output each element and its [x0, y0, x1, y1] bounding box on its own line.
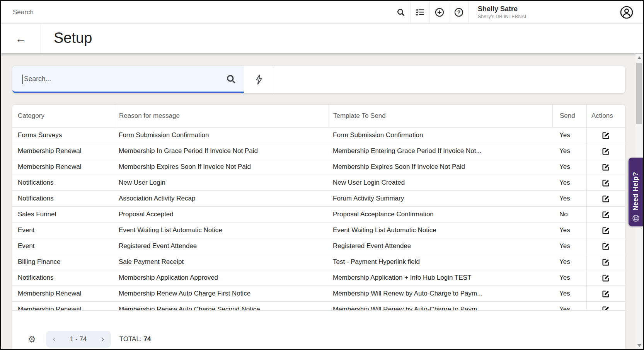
edit-icon[interactable] [602, 242, 610, 250]
cell-send: Yes [552, 143, 586, 159]
table-header: Category Reason for message Template To … [12, 105, 625, 127]
triangle-down-icon [637, 344, 641, 347]
table-row[interactable]: Notifications Membership Application App… [12, 270, 625, 286]
scrollbar-thumb[interactable] [636, 63, 642, 124]
quick-add-button[interactable] [430, 1, 449, 23]
back-button[interactable]: ← [1, 24, 41, 53]
help-button[interactable]: ? [449, 1, 469, 23]
cell-reason: Event Waiting List Automatic Notice [115, 223, 329, 238]
table-row[interactable]: Billing Finance Sale Payment Receipt Tes… [12, 254, 625, 270]
lightning-bolt-icon [254, 74, 264, 85]
column-header-actions: Actions [586, 105, 625, 127]
global-search-button[interactable] [391, 1, 411, 23]
global-search-label[interactable]: Search [13, 8, 34, 16]
cell-send: Yes [552, 159, 586, 175]
cell-send: No [552, 207, 586, 222]
cell-actions [586, 238, 625, 254]
quick-actions-button[interactable] [244, 66, 274, 93]
cell-reason: Membership Renew Auto Charge First Notic… [115, 286, 329, 301]
svg-text:?: ? [457, 9, 460, 15]
column-header-send[interactable]: Send [552, 105, 586, 127]
topbar-actions: ? Shelly Satre Shelly's DB INTERNAL [391, 1, 643, 23]
topbar: Search ? [1, 1, 643, 24]
table-row[interactable]: Membership Renewal Membership Expires So… [12, 159, 625, 175]
cell-send: Yes [552, 127, 586, 143]
user-org: Shelly's DB INTERNAL [478, 14, 528, 19]
edit-icon[interactable] [602, 274, 610, 282]
cell-template: New User Login Created [329, 175, 552, 190]
total-count: TOTAL:74 [119, 335, 151, 343]
cell-actions [586, 159, 625, 175]
cell-category: Billing Finance [12, 254, 115, 270]
column-header-template[interactable]: Template To Send [329, 105, 552, 127]
cell-actions [586, 191, 625, 206]
edit-icon[interactable] [602, 163, 610, 171]
search-icon[interactable] [226, 74, 236, 84]
scroll-down-button[interactable] [635, 342, 643, 349]
edit-icon[interactable] [602, 179, 610, 187]
cell-reason: Association Activity Recap [115, 191, 329, 206]
tasks-button[interactable] [411, 1, 430, 23]
edit-icon[interactable] [602, 147, 610, 155]
cell-send: Yes [552, 223, 586, 238]
question-circle-icon: ? [454, 7, 464, 17]
page-title: Setup [54, 30, 92, 46]
cell-category: Notifications [12, 175, 115, 190]
search-toolbar [12, 66, 625, 93]
edit-icon[interactable] [602, 290, 610, 298]
cell-reason: Sale Payment Receipt [115, 254, 329, 270]
edit-icon[interactable] [602, 131, 610, 139]
cell-template: Registered Event Attendee [329, 238, 552, 254]
user-menu[interactable]: Shelly Satre Shelly's DB INTERNAL [478, 1, 528, 23]
cell-actions [586, 223, 625, 238]
column-header-category[interactable]: Category [12, 105, 115, 127]
cell-template: Proposal Acceptance Confirmation [329, 207, 552, 222]
cell-send: Yes [552, 191, 586, 206]
table-row[interactable]: Event Registered Event Attendee Register… [12, 238, 625, 254]
scroll-up-button[interactable] [635, 54, 643, 61]
need-help-label: Need Help? [632, 172, 640, 211]
cell-actions [586, 127, 625, 143]
table-row[interactable]: Sales Funnel Proposal Accepted Proposal … [12, 207, 625, 223]
next-page-button[interactable] [100, 336, 106, 342]
cell-reason: Membership In Grace Period If Invoice No… [115, 143, 329, 159]
back-arrow-icon: ← [15, 33, 27, 44]
page-header: ← Setup [1, 24, 643, 53]
templates-table: Category Reason for message Template To … [12, 105, 625, 349]
cell-reason: Registered Event Attendee [115, 238, 329, 254]
previous-page-button[interactable] [51, 336, 57, 342]
cell-send: Yes [552, 286, 586, 301]
cell-send: Yes [552, 270, 586, 285]
text-caret [22, 75, 23, 84]
gear-icon[interactable]: ⚙ [28, 335, 36, 344]
pagination: ⚙ 1 - 74 TOTAL:74 [28, 331, 151, 348]
cell-actions [586, 175, 625, 190]
cell-category: Notifications [12, 270, 115, 285]
need-help-tab[interactable]: Need Help? [629, 158, 643, 226]
cell-category: Membership Renewal [12, 159, 115, 175]
cell-template: Membership Will Renew by Auto-Charge to … [329, 286, 552, 301]
cell-actions [586, 143, 625, 159]
cell-reason: Membership Application Approved [115, 270, 329, 285]
cell-category: Membership Renewal [12, 143, 115, 159]
cell-reason: New User Login [115, 175, 329, 190]
cell-category: Event [12, 223, 115, 238]
search-input[interactable] [23, 75, 226, 83]
user-name: Shelly Satre [478, 5, 528, 13]
table-row[interactable]: Membership Renewal Membership Renew Auto… [12, 286, 625, 302]
table-row[interactable]: Notifications Association Activity Recap… [12, 191, 625, 207]
table-body: Forms Surveys Form Submission Confirmati… [12, 127, 625, 318]
table-row[interactable]: Forms Surveys Form Submission Confirmati… [12, 127, 625, 143]
edit-icon[interactable] [602, 226, 610, 234]
table-row[interactable]: Membership Renewal Membership In Grace P… [12, 143, 625, 159]
avatar[interactable] [620, 5, 634, 19]
cell-category: Sales Funnel [12, 207, 115, 222]
cell-reason: Proposal Accepted [115, 207, 329, 222]
column-header-reason[interactable]: Reason for message [115, 105, 329, 127]
edit-icon[interactable] [602, 211, 610, 219]
table-row[interactable]: Notifications New User Login New User Lo… [12, 175, 625, 191]
edit-icon[interactable] [602, 195, 610, 203]
edit-icon[interactable] [602, 258, 610, 266]
table-row[interactable]: Event Event Waiting List Automatic Notic… [12, 223, 625, 238]
search-field[interactable] [12, 66, 244, 93]
